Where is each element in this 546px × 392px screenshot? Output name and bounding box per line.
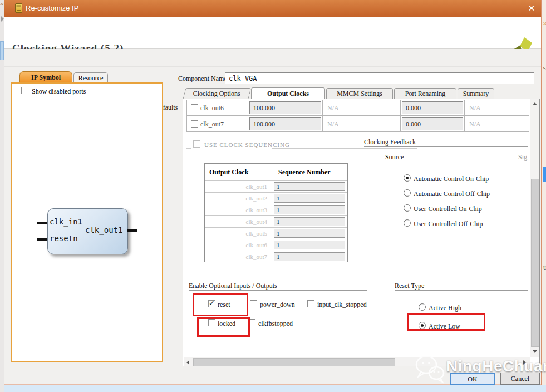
wizard-header: Clocking Wizard (5.2) xyxy=(4,17,541,49)
tab-label: Summary xyxy=(463,90,489,97)
actual-freq-cell: N/A xyxy=(323,100,401,115)
divider xyxy=(364,146,528,147)
seq-clock-name: clk_out5 xyxy=(205,230,267,237)
component-name-label: Component Name xyxy=(178,75,227,83)
freq-cell: 100.000 xyxy=(248,100,323,115)
checkbox-label: power_down xyxy=(260,301,295,309)
use-clock-sequencing-checkbox[interactable] xyxy=(193,140,200,148)
seq-number-input[interactable]: 1 xyxy=(274,194,345,203)
radio-active-low[interactable] xyxy=(419,322,426,329)
sequence-table: Output Clock Sequence Number clk_out11 c… xyxy=(204,163,348,262)
tab-port-renaming[interactable]: Port Renaming xyxy=(394,88,456,99)
scroll-left-icon[interactable] xyxy=(186,360,189,365)
tab-label: Resource xyxy=(78,74,104,82)
requested-freq-input[interactable]: 100.000 xyxy=(249,101,321,114)
clocking-feedback-title: Clocking Feedback xyxy=(364,138,416,146)
divider xyxy=(395,290,528,291)
divider xyxy=(189,290,367,291)
radio-user-controlled-off-chip[interactable] xyxy=(404,219,411,227)
output-name-cell: clk_out6 xyxy=(187,100,248,115)
use-clock-sequencing-label: USE CLOCK SEQUENCING xyxy=(204,141,290,148)
radio-user-controlled-on-chip[interactable] xyxy=(404,204,411,212)
tab-summary[interactable]: Summary xyxy=(458,88,494,99)
horizontal-scrollbar-thumb[interactable] xyxy=(193,358,395,366)
port-stub-clk-out1 xyxy=(127,229,137,232)
seq-number-input[interactable]: 1 xyxy=(274,241,345,249)
seq-clock-name: clk_out7 xyxy=(205,253,267,260)
scroll-down-icon[interactable] xyxy=(533,350,537,353)
radio-active-high[interactable] xyxy=(419,303,426,311)
seq-number-input[interactable]: 1 xyxy=(274,182,345,191)
requested-phase-input[interactable]: 0.000 xyxy=(402,101,463,114)
seq-clock-name: clk_out4 xyxy=(205,218,267,225)
tab-label: Output Clocks xyxy=(267,90,309,97)
actual-phase-cell: N/A xyxy=(465,100,529,115)
reset-type-title: Reset Type xyxy=(395,282,424,290)
vertical-scrollbar-thumb[interactable] xyxy=(531,179,539,347)
show-disabled-ports-label: Show disabled ports xyxy=(32,87,86,96)
seq-number-input[interactable]: 1 xyxy=(274,217,345,226)
radio-automatic-control-off-chip[interactable] xyxy=(404,189,411,197)
power-down-checkbox[interactable] xyxy=(250,300,257,307)
tab-ip-symbol[interactable]: IP Symbol xyxy=(19,71,72,82)
ok-button[interactable]: OK xyxy=(450,373,495,385)
clk-out7-checkbox[interactable] xyxy=(191,120,198,128)
ip-symbol-panel: Show disabled ports clk_in1 resetn clk_o… xyxy=(11,82,163,362)
tab-label: MMCM Settings xyxy=(337,90,382,97)
tab-mmcm-settings[interactable]: MMCM Settings xyxy=(326,88,393,99)
background-arrow-icon xyxy=(1,16,4,22)
divider xyxy=(186,148,191,149)
port-stub-clk-in1 xyxy=(37,222,47,224)
tab-label: Clocking Options xyxy=(193,89,240,99)
table-row: clk_out11 xyxy=(205,180,347,192)
radio-automatic-control-on-chip[interactable] xyxy=(404,174,411,182)
component-name-input[interactable]: clk_VGA xyxy=(225,72,534,84)
output-clock-name: clk_out6 xyxy=(200,104,224,112)
divider xyxy=(272,148,417,149)
port-label-resetn: resetn xyxy=(50,234,78,243)
seq-number-input[interactable]: 1 xyxy=(274,252,345,261)
phase-cell: 0.000 xyxy=(401,116,465,131)
show-disabled-ports-checkbox[interactable] xyxy=(21,87,28,94)
vertical-scrollbar[interactable] xyxy=(530,99,539,357)
tab-label: IP Symbol xyxy=(31,74,61,81)
tab-clocking-options[interactable]: Clocking Options xyxy=(183,88,252,99)
background-fragment: .o xyxy=(0,1,3,6)
seq-clock-name: clk_out2 xyxy=(205,195,267,202)
input-clk-stopped-checkbox[interactable] xyxy=(307,300,314,307)
background-fragment: :a xyxy=(543,20,546,26)
table-row: clk_out41 xyxy=(205,215,347,227)
requested-freq-input[interactable]: 100.000 xyxy=(249,117,321,130)
table-row: clk_out7 100.000 N/A 0.000 N/A xyxy=(186,116,529,132)
requested-phase-input[interactable]: 0.000 xyxy=(402,117,463,130)
close-icon[interactable]: ✕ xyxy=(525,3,538,14)
divider xyxy=(385,161,509,161)
seq-number-input[interactable]: 1 xyxy=(274,205,345,214)
clk-out6-checkbox[interactable] xyxy=(191,104,198,111)
dialog-titlebar[interactable]: Re-customize IP ✕ xyxy=(4,0,541,17)
seq-number-input[interactable]: 1 xyxy=(274,229,345,238)
output-clock-name: clk_out7 xyxy=(200,120,224,129)
cancel-button[interactable]: Cancel xyxy=(500,373,540,385)
actual-phase-value: N/A xyxy=(469,104,481,112)
checkbox-label: input_clk_stopped xyxy=(317,301,367,309)
column-header: Output Clock xyxy=(209,164,274,180)
table-row: clk_out31 xyxy=(205,204,347,215)
seq-clock-name: clk_out1 xyxy=(205,183,267,190)
background-left-strip: .o xyxy=(0,0,4,392)
table-row: clk_out61 xyxy=(205,239,347,251)
tab-resource[interactable]: Resource xyxy=(73,72,108,82)
port-stub-resetn xyxy=(37,238,47,241)
tab-output-clocks[interactable]: Output Clocks xyxy=(251,87,325,99)
background-bottom-strip xyxy=(4,385,546,392)
radio-label: Active High xyxy=(429,304,461,312)
table-row: clk_out51 xyxy=(205,227,347,239)
actual-freq-value: N/A xyxy=(327,104,339,112)
seq-clock-name: clk_out6 xyxy=(205,242,267,248)
scroll-up-icon[interactable] xyxy=(533,102,537,105)
dialog-toolbar: Documentation IP Location Switch to Defa… xyxy=(4,49,541,67)
freq-cell: 100.000 xyxy=(248,116,323,131)
phase-cell: 0.000 xyxy=(401,100,465,115)
wechat-watermark-icon xyxy=(414,355,445,385)
recustomize-ip-dialog: Re-customize IP ✕ Clocking Wizard (5.2) … xyxy=(4,0,541,385)
